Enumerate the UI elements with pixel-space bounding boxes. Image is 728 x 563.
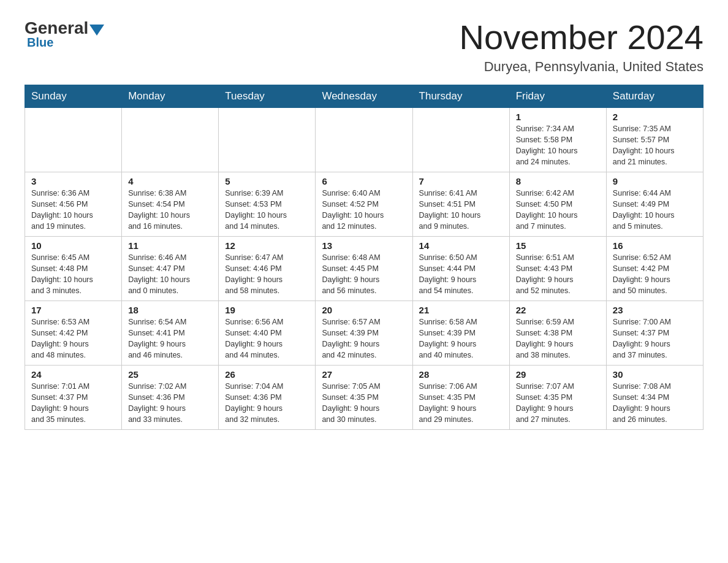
- calendar-cell: 10Sunrise: 6:45 AMSunset: 4:48 PMDayligh…: [25, 236, 122, 301]
- day-info: Sunrise: 7:35 AMSunset: 5:57 PMDaylight:…: [613, 123, 697, 168]
- logo-blue-text: Blue: [27, 36, 53, 50]
- day-info: Sunrise: 6:36 AMSunset: 4:56 PMDaylight:…: [31, 188, 115, 232]
- calendar-cell: 15Sunrise: 6:51 AMSunset: 4:43 PMDayligh…: [509, 236, 606, 301]
- calendar-cell: 22Sunrise: 6:59 AMSunset: 4:38 PMDayligh…: [509, 301, 606, 365]
- calendar-cell: 16Sunrise: 6:52 AMSunset: 4:42 PMDayligh…: [606, 236, 703, 301]
- calendar-cell: 20Sunrise: 6:57 AMSunset: 4:39 PMDayligh…: [316, 301, 412, 365]
- day-number: 27: [322, 369, 406, 380]
- calendar-cell: [122, 107, 219, 172]
- calendar-cell: 26Sunrise: 7:04 AMSunset: 4:36 PMDayligh…: [219, 365, 316, 429]
- day-header-sunday: Sunday: [25, 85, 122, 107]
- calendar-cell: 7Sunrise: 6:41 AMSunset: 4:51 PMDaylight…: [412, 172, 509, 236]
- day-info: Sunrise: 6:53 AMSunset: 4:42 PMDaylight:…: [31, 316, 115, 361]
- calendar-cell: 29Sunrise: 7:07 AMSunset: 4:35 PMDayligh…: [509, 365, 606, 429]
- calendar-cell: 25Sunrise: 7:02 AMSunset: 4:36 PMDayligh…: [122, 365, 219, 429]
- day-info: Sunrise: 6:52 AMSunset: 4:42 PMDaylight:…: [613, 252, 697, 297]
- day-number: 21: [419, 305, 503, 315]
- day-info: Sunrise: 6:47 AMSunset: 4:46 PMDaylight:…: [225, 252, 309, 297]
- day-info: Sunrise: 6:57 AMSunset: 4:39 PMDaylight:…: [322, 316, 406, 361]
- calendar-cell: 24Sunrise: 7:01 AMSunset: 4:37 PMDayligh…: [25, 365, 122, 429]
- day-info: Sunrise: 6:51 AMSunset: 4:43 PMDaylight:…: [516, 252, 600, 297]
- calendar-cell: 9Sunrise: 6:44 AMSunset: 4:49 PMDaylight…: [606, 172, 703, 236]
- page-header: General Blue November 2024 Duryea, Penns…: [25, 18, 703, 75]
- day-info: Sunrise: 7:05 AMSunset: 4:35 PMDaylight:…: [322, 381, 406, 426]
- day-number: 5: [225, 176, 309, 186]
- day-header-tuesday: Tuesday: [219, 85, 316, 107]
- day-info: Sunrise: 6:39 AMSunset: 4:53 PMDaylight:…: [225, 188, 309, 232]
- calendar-cell: [316, 107, 412, 172]
- calendar-cell: 5Sunrise: 6:39 AMSunset: 4:53 PMDaylight…: [219, 172, 316, 236]
- day-info: Sunrise: 6:42 AMSunset: 4:50 PMDaylight:…: [516, 188, 600, 232]
- calendar-cell: 23Sunrise: 7:00 AMSunset: 4:37 PMDayligh…: [606, 301, 703, 365]
- day-number: 9: [613, 176, 697, 186]
- day-info: Sunrise: 6:44 AMSunset: 4:49 PMDaylight:…: [613, 188, 697, 232]
- day-number: 17: [31, 305, 115, 315]
- day-number: 2: [613, 112, 697, 122]
- title-section: November 2024 Duryea, Pennsylvania, Unit…: [460, 18, 703, 75]
- day-info: Sunrise: 7:04 AMSunset: 4:36 PMDaylight:…: [225, 381, 309, 426]
- day-info: Sunrise: 6:45 AMSunset: 4:48 PMDaylight:…: [31, 252, 115, 297]
- day-number: 8: [516, 176, 600, 186]
- day-number: 14: [419, 240, 503, 251]
- day-number: 6: [322, 176, 406, 186]
- day-number: 19: [225, 305, 309, 315]
- day-info: Sunrise: 7:34 AMSunset: 5:58 PMDaylight:…: [516, 123, 600, 168]
- day-info: Sunrise: 7:06 AMSunset: 4:35 PMDaylight:…: [419, 381, 503, 426]
- calendar-cell: 2Sunrise: 7:35 AMSunset: 5:57 PMDaylight…: [606, 107, 703, 172]
- day-number: 1: [516, 112, 600, 122]
- calendar-cell: 8Sunrise: 6:42 AMSunset: 4:50 PMDaylight…: [509, 172, 606, 236]
- day-header-friday: Friday: [509, 85, 606, 107]
- calendar-cell: 21Sunrise: 6:58 AMSunset: 4:39 PMDayligh…: [412, 301, 509, 365]
- day-number: 29: [516, 369, 600, 380]
- day-info: Sunrise: 7:02 AMSunset: 4:36 PMDaylight:…: [128, 381, 212, 426]
- calendar-table: SundayMondayTuesdayWednesdayThursdayFrid…: [25, 85, 703, 430]
- calendar-cell: 11Sunrise: 6:46 AMSunset: 4:47 PMDayligh…: [122, 236, 219, 301]
- day-header-saturday: Saturday: [606, 85, 703, 107]
- week-row-4: 17Sunrise: 6:53 AMSunset: 4:42 PMDayligh…: [25, 301, 703, 365]
- day-number: 15: [516, 240, 600, 251]
- day-info: Sunrise: 6:46 AMSunset: 4:47 PMDaylight:…: [128, 252, 212, 297]
- logo: General Blue: [25, 18, 105, 50]
- calendar-header-row: SundayMondayTuesdayWednesdayThursdayFrid…: [25, 85, 703, 107]
- day-info: Sunrise: 7:00 AMSunset: 4:37 PMDaylight:…: [613, 316, 697, 361]
- day-number: 28: [419, 369, 503, 380]
- day-number: 23: [613, 305, 697, 315]
- week-row-5: 24Sunrise: 7:01 AMSunset: 4:37 PMDayligh…: [25, 365, 703, 429]
- calendar-cell: 19Sunrise: 6:56 AMSunset: 4:40 PMDayligh…: [219, 301, 316, 365]
- day-number: 4: [128, 176, 212, 186]
- logo-triangle-icon: [89, 25, 104, 36]
- day-info: Sunrise: 6:59 AMSunset: 4:38 PMDaylight:…: [516, 316, 600, 361]
- calendar-cell: 4Sunrise: 6:38 AMSunset: 4:54 PMDaylight…: [122, 172, 219, 236]
- day-number: 24: [31, 369, 115, 380]
- calendar-cell: [219, 107, 316, 172]
- day-header-wednesday: Wednesday: [316, 85, 412, 107]
- calendar-cell: 12Sunrise: 6:47 AMSunset: 4:46 PMDayligh…: [219, 236, 316, 301]
- calendar-cell: 1Sunrise: 7:34 AMSunset: 5:58 PMDaylight…: [509, 107, 606, 172]
- calendar-cell: 6Sunrise: 6:40 AMSunset: 4:52 PMDaylight…: [316, 172, 412, 236]
- calendar-cell: [25, 107, 122, 172]
- week-row-3: 10Sunrise: 6:45 AMSunset: 4:48 PMDayligh…: [25, 236, 703, 301]
- day-number: 12: [225, 240, 309, 251]
- calendar-cell: 13Sunrise: 6:48 AMSunset: 4:45 PMDayligh…: [316, 236, 412, 301]
- calendar-cell: 30Sunrise: 7:08 AMSunset: 4:34 PMDayligh…: [606, 365, 703, 429]
- day-info: Sunrise: 7:08 AMSunset: 4:34 PMDaylight:…: [613, 381, 697, 426]
- day-number: 7: [419, 176, 503, 186]
- day-info: Sunrise: 6:40 AMSunset: 4:52 PMDaylight:…: [322, 188, 406, 232]
- calendar-cell: 27Sunrise: 7:05 AMSunset: 4:35 PMDayligh…: [316, 365, 412, 429]
- day-info: Sunrise: 6:58 AMSunset: 4:39 PMDaylight:…: [419, 316, 503, 361]
- day-number: 25: [128, 369, 212, 380]
- day-info: Sunrise: 6:48 AMSunset: 4:45 PMDaylight:…: [322, 252, 406, 297]
- day-info: Sunrise: 7:07 AMSunset: 4:35 PMDaylight:…: [516, 381, 600, 426]
- day-info: Sunrise: 6:50 AMSunset: 4:44 PMDaylight:…: [419, 252, 503, 297]
- day-number: 13: [322, 240, 406, 251]
- calendar-cell: [412, 107, 509, 172]
- calendar-cell: 3Sunrise: 6:36 AMSunset: 4:56 PMDaylight…: [25, 172, 122, 236]
- day-number: 30: [613, 369, 697, 380]
- calendar-cell: 14Sunrise: 6:50 AMSunset: 4:44 PMDayligh…: [412, 236, 509, 301]
- month-title: November 2024: [460, 18, 703, 56]
- day-number: 18: [128, 305, 212, 315]
- calendar-cell: 18Sunrise: 6:54 AMSunset: 4:41 PMDayligh…: [122, 301, 219, 365]
- day-number: 3: [31, 176, 115, 186]
- day-header-monday: Monday: [122, 85, 219, 107]
- calendar-cell: 28Sunrise: 7:06 AMSunset: 4:35 PMDayligh…: [412, 365, 509, 429]
